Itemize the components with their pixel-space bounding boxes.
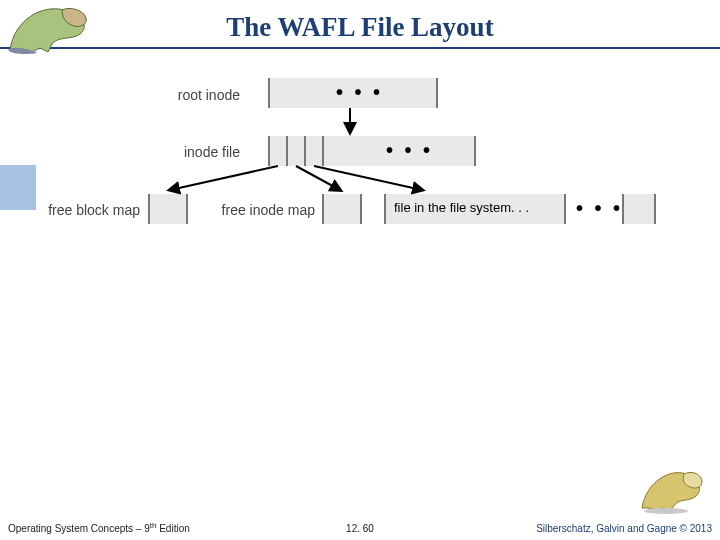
- ellipsis-icon: • • •: [576, 197, 623, 220]
- footer-credits: Silberschatz, Galvin and Gagne © 2013: [536, 523, 712, 534]
- inode-file-label: inode file: [120, 144, 240, 160]
- svg-line-4: [314, 166, 422, 190]
- svg-line-3: [296, 166, 340, 190]
- svg-line-2: [170, 166, 278, 190]
- footer-book-title: Operating System Concepts – 9: [8, 524, 150, 535]
- inode-file-divider: [322, 136, 324, 166]
- inode-file-box: [268, 136, 476, 166]
- inode-file-divider: [286, 136, 288, 166]
- dinosaur-logo-icon: [638, 464, 710, 514]
- slide-footer: Operating System Concepts – 9th Edition …: [0, 516, 720, 540]
- free-inode-map-label: free inode map: [195, 202, 315, 218]
- ellipsis-icon: • • •: [386, 139, 433, 162]
- trailing-box: [622, 194, 656, 224]
- footer-edition-tail: Edition: [156, 524, 189, 535]
- free-inode-map-box: [322, 194, 362, 224]
- svg-point-5: [644, 508, 688, 514]
- ellipsis-icon: • • •: [336, 81, 383, 104]
- title-divider: [0, 47, 720, 49]
- page-title: The WAFL File Layout: [0, 0, 720, 43]
- inode-file-divider: [304, 136, 306, 166]
- file-in-fs-box: file in the file system. . .: [384, 194, 566, 224]
- footer-left: Operating System Concepts – 9th Edition: [8, 521, 190, 534]
- free-block-map-box: [148, 194, 188, 224]
- free-block-map-label: free block map: [20, 202, 140, 218]
- dinosaur-logo-icon: [2, 0, 102, 56]
- root-inode-label: root inode: [120, 87, 240, 103]
